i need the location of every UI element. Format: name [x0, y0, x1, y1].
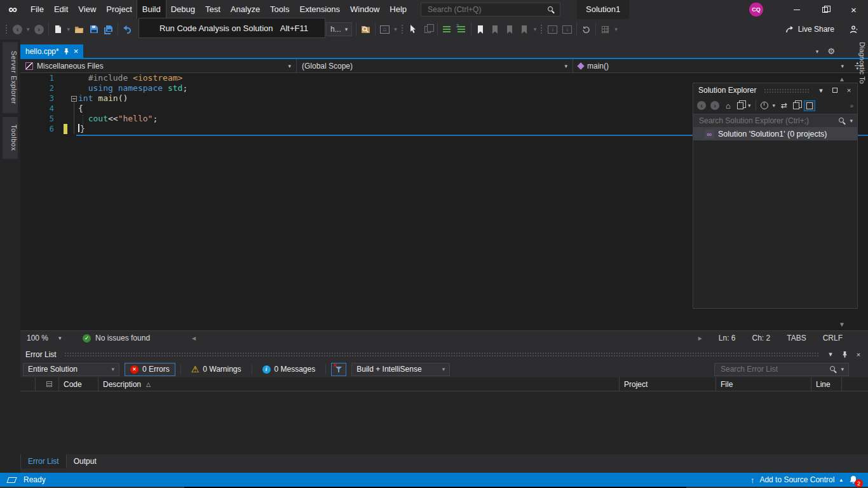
code-column-header[interactable]: Code: [59, 377, 98, 391]
toolbar-grip[interactable]: [401, 24, 404, 34]
select-cursor-icon[interactable]: [408, 24, 419, 35]
scope-filter-combo[interactable]: Entire Solution ▾: [23, 363, 119, 376]
window-position-dropdown-icon[interactable]: ▾: [817, 86, 825, 95]
solution-tree[interactable]: ∞ Solution 'Solution1' (0 projects): [693, 128, 857, 308]
menu-build[interactable]: Build: [137, 0, 166, 19]
quick-search-input[interactable]: [426, 4, 548, 15]
minimize-button[interactable]: [782, 0, 811, 19]
code-line-1[interactable]: 1 #include <iostream>: [20, 73, 868, 83]
close-button[interactable]: ×: [839, 0, 868, 19]
navigate-dropdown-icon[interactable]: ▾: [27, 26, 30, 32]
toolbar-grip[interactable]: [540, 24, 543, 34]
save-all-icon[interactable]: [103, 24, 114, 35]
code-text[interactable]: {: [78, 104, 83, 114]
hscroll-right-icon[interactable]: ▸: [698, 334, 702, 342]
menu-test[interactable]: Test: [200, 0, 226, 19]
health-indicator[interactable]: ✓ No issues found: [83, 334, 150, 342]
window-position-dropdown-icon[interactable]: ▾: [826, 350, 835, 359]
pin-panel-icon[interactable]: [840, 350, 849, 359]
menu-file[interactable]: File: [25, 0, 49, 19]
code-text[interactable]: int main(): [78, 93, 128, 104]
server-explorer-tab[interactable]: Server Explorer: [3, 42, 18, 113]
line-column-header[interactable]: Line: [811, 377, 842, 391]
find-in-files-icon[interactable]: [360, 24, 371, 35]
quick-search-box[interactable]: [421, 3, 560, 17]
line-number[interactable]: 6: [20, 124, 54, 134]
attach-home-icon[interactable]: ⌂: [379, 24, 390, 35]
menu-edit[interactable]: Edit: [49, 0, 73, 19]
close-panel-icon[interactable]: ×: [854, 350, 863, 359]
filter-dropdown-icon[interactable]: ▾: [773, 102, 776, 109]
toolbar-overflow-icon[interactable]: »: [850, 102, 853, 109]
new-file-icon[interactable]: [53, 24, 64, 35]
diagnostic-tools-tab[interactable]: Diagnostic To: [858, 42, 866, 84]
panel-tab-output[interactable]: Output: [67, 454, 104, 468]
panel-tab-error-list[interactable]: Error List: [20, 454, 67, 468]
restore-button[interactable]: [811, 0, 839, 19]
line-number[interactable]: 5: [20, 114, 54, 124]
code-text[interactable]: #include <iostream>: [78, 73, 182, 83]
navigate-backward-icon[interactable]: ‹: [12, 24, 23, 35]
line-number[interactable]: 4: [20, 104, 54, 114]
menu-view[interactable]: View: [73, 0, 101, 19]
line-ending-indicator[interactable]: CRLF: [823, 334, 843, 342]
toolbar-grip[interactable]: [5, 24, 8, 34]
solution-root-node[interactable]: ∞ Solution 'Solution1' (0 projects): [693, 128, 857, 140]
save-icon[interactable]: [88, 24, 99, 35]
project-combo[interactable]: Miscellaneous Files ▾: [20, 59, 297, 72]
undo-icon[interactable]: [122, 24, 133, 35]
feedback-icon[interactable]: [848, 24, 859, 35]
error-list-titlebar[interactable]: Error List ▾ ×: [20, 348, 868, 361]
notifications-button[interactable]: 2: [848, 474, 859, 485]
menu-window[interactable]: Window: [345, 0, 384, 19]
menu-extensions[interactable]: Extensions: [294, 0, 345, 19]
hscroll-left-icon[interactable]: ◂: [192, 334, 196, 342]
source-control-dropdown-icon[interactable]: ▴: [839, 477, 843, 483]
live-share-button[interactable]: Live Share: [785, 25, 834, 34]
navigate-forward-icon[interactable]: ›: [34, 24, 44, 35]
line-number[interactable]: 2: [20, 83, 54, 93]
menu-item-run-code-analysis[interactable]: Run Code Analysis on Solution: [159, 24, 273, 33]
severity-column-header[interactable]: [35, 377, 59, 391]
tab-close-icon[interactable]: ×: [74, 46, 79, 56]
account-avatar[interactable]: CQ: [749, 3, 763, 17]
collapse-all-icon[interactable]: [793, 102, 799, 109]
list-members-icon[interactable]: [442, 24, 452, 35]
solution-explorer-search-box[interactable]: ▾: [693, 114, 857, 128]
error-list-search-input[interactable]: [719, 364, 826, 374]
messages-filter-button[interactable]: i 0 Messages: [257, 363, 321, 376]
startup-item-combo[interactable]: h...▾: [326, 22, 352, 36]
indent-mode-indicator[interactable]: TABS: [787, 334, 806, 342]
background-tasks-icon[interactable]: [6, 477, 17, 483]
error-list-search-box[interactable]: ▾: [714, 363, 849, 376]
se-forward-icon[interactable]: ›: [710, 101, 719, 110]
file-column-header[interactable]: File: [716, 377, 811, 391]
show-all-files-toggle[interactable]: [804, 100, 815, 111]
attach-dropdown-icon[interactable]: ▾: [394, 26, 397, 32]
collapse-region-icon[interactable]: [71, 96, 77, 102]
project-column-header[interactable]: Project: [620, 377, 716, 391]
warnings-filter-button[interactable]: ⚠ 0 Warnings: [186, 363, 247, 376]
switch-views-icon[interactable]: [737, 102, 743, 109]
document-tab-hello-cpp[interactable]: hello.cpp* ×: [20, 44, 83, 58]
solution-explorer-titlebar[interactable]: Solution Explorer ▾ ×: [693, 83, 857, 97]
switch-views-dropdown-icon[interactable]: ▾: [748, 102, 751, 109]
maximize-panel-icon[interactable]: [831, 86, 839, 95]
zoom-combo[interactable]: 100 % ▾: [20, 334, 69, 342]
menu-analyze[interactable]: Analyze: [226, 0, 265, 19]
add-to-source-control-button[interactable]: Add to Source Control: [759, 475, 834, 484]
pending-changes-filter-icon[interactable]: [761, 102, 768, 109]
code-text[interactable]: }: [78, 124, 85, 134]
menu-project[interactable]: Project: [101, 0, 137, 19]
source-filter-combo[interactable]: Build + IntelliSense ▾: [351, 363, 450, 376]
scope-combo[interactable]: (Global Scope) ▾: [297, 59, 573, 72]
document-list-dropdown-icon[interactable]: ▾: [816, 48, 819, 55]
code-text[interactable]: cout<<"hello";: [78, 114, 158, 124]
line-number[interactable]: 3: [20, 93, 54, 104]
search-options-dropdown-icon[interactable]: ▾: [841, 366, 844, 372]
editor-settings-gear-icon[interactable]: ⚙: [827, 46, 835, 56]
menu-help[interactable]: Help: [384, 0, 412, 19]
menu-tools[interactable]: Tools: [265, 0, 294, 19]
code-text[interactable]: using namespace std;: [78, 83, 187, 93]
toolbox-tab[interactable]: Toolbox: [3, 117, 18, 159]
